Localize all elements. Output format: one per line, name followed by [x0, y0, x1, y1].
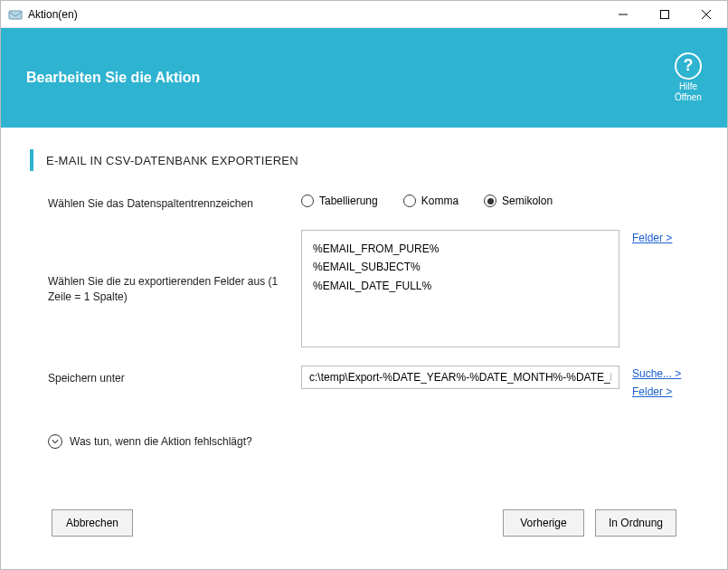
fields-row: Wählen Sie die zu exportierenden Felder …: [30, 230, 698, 347]
fields-label: Wählen Sie die zu exportierenden Felder …: [48, 230, 301, 347]
delimiter-radio-semicolon[interactable]: Semikolon: [484, 195, 553, 207]
page-title: Bearbeiten Sie die Aktion: [26, 70, 200, 86]
section-title: E-MAIL IN CSV-DATENBANK EXPORTIEREN: [30, 149, 698, 171]
help-icon: ?: [675, 52, 702, 80]
app-icon: [8, 7, 23, 22]
titlebar: Aktion(en): [1, 1, 727, 28]
help-label-1: Hilfe: [679, 81, 697, 92]
help-button[interactable]: ? Hilfe Öffnen: [675, 52, 702, 103]
fields-link[interactable]: Felder >: [632, 232, 672, 244]
save-label: Speichern unter: [48, 366, 301, 386]
help-label-2: Öffnen: [675, 92, 702, 103]
radio-icon: [484, 195, 496, 207]
window-controls: [602, 1, 727, 27]
dialog-header: Bearbeiten Sie die Aktion ? Hilfe Öffnen: [1, 28, 727, 128]
dialog-footer: Abbrechen Vorherige In Ordnung: [30, 495, 698, 555]
previous-button[interactable]: Vorherige: [503, 509, 584, 537]
cancel-button[interactable]: Abbrechen: [52, 509, 133, 537]
dialog-content: E-MAIL IN CSV-DATENBANK EXPORTIEREN Wähl…: [1, 128, 727, 569]
chevron-down-icon: [48, 434, 62, 449]
expander-label: Was tun, wenn die Aktion fehlschlägt?: [70, 435, 252, 448]
minimize-button[interactable]: [602, 1, 644, 27]
close-button[interactable]: [685, 1, 727, 27]
delimiter-row: Wählen Sie das Datenspaltentrennzeichen …: [30, 195, 698, 212]
radio-icon: [301, 195, 314, 207]
radio-label: Tabellierung: [319, 195, 378, 207]
window-title: Aktion(en): [28, 8, 602, 21]
save-path-input[interactable]: [301, 366, 619, 389]
svg-rect-0: [9, 11, 22, 19]
svg-rect-2: [661, 10, 669, 18]
maximize-button[interactable]: [644, 1, 685, 27]
delimiter-radio-tab[interactable]: Tabellierung: [301, 195, 378, 207]
export-fields-textarea[interactable]: [301, 230, 619, 347]
radio-label: Semikolon: [502, 195, 553, 207]
ok-button[interactable]: In Ordnung: [595, 509, 676, 537]
save-row: Speichern unter Suche... > Felder >: [30, 366, 698, 398]
save-fields-link[interactable]: Felder >: [632, 385, 681, 398]
search-link[interactable]: Suche... >: [632, 367, 681, 380]
delimiter-label: Wählen Sie das Datenspaltentrennzeichen: [48, 195, 301, 212]
delimiter-radio-comma[interactable]: Komma: [403, 195, 459, 207]
radio-icon: [403, 195, 416, 207]
radio-label: Komma: [421, 195, 459, 207]
delimiter-radio-group: Tabellierung Komma Semikolon: [301, 195, 553, 207]
failure-expander[interactable]: Was tun, wenn die Aktion fehlschlägt?: [30, 434, 698, 449]
